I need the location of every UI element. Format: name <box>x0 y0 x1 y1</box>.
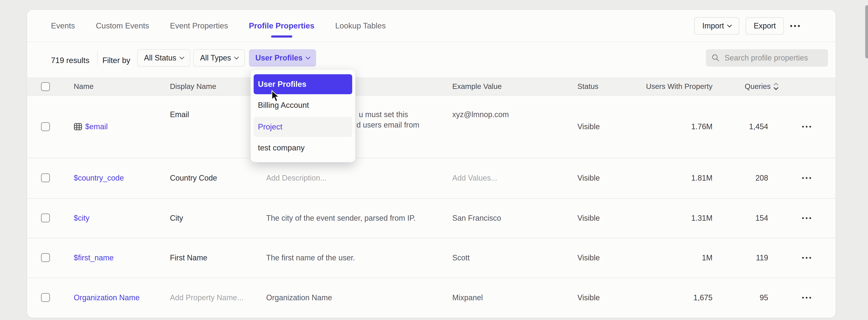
dropdown-item-test-company[interactable]: test company <box>254 138 352 158</box>
description-cell[interactable]: The city of the event sender, parsed fro… <box>266 214 416 223</box>
table-row: $email Email u must set this d users ema… <box>27 96 836 158</box>
profile-type-dropdown-menu: User Profiles Billing Account Project te… <box>250 69 355 162</box>
export-button[interactable]: Export <box>746 17 784 35</box>
search-bar[interactable] <box>706 49 828 67</box>
chevron-down-icon <box>306 55 311 60</box>
display-name-cell[interactable]: First Name <box>170 253 207 262</box>
type-filter-label: All Types <box>200 54 231 62</box>
chevron-down-icon <box>234 55 239 60</box>
type-filter-dropdown[interactable]: All Types <box>193 49 245 67</box>
status-filter-dropdown[interactable]: All Status <box>137 49 190 67</box>
table-row: $first_name First Name The first name of… <box>27 238 836 278</box>
search-input[interactable] <box>724 53 823 63</box>
description-cell[interactable]: The first name of the user. <box>266 253 355 262</box>
example-value-cell[interactable]: Scott <box>452 253 470 262</box>
row-more-button[interactable] <box>802 297 811 298</box>
export-button-label: Export <box>754 22 776 30</box>
row-checkbox[interactable] <box>41 173 50 182</box>
example-value-cell[interactable]: San Francisco <box>452 214 501 223</box>
property-name-cell[interactable]: $email <box>74 122 108 131</box>
tab-profile-properties[interactable]: Profile Properties <box>249 22 314 30</box>
row-more-button[interactable] <box>802 257 811 259</box>
column-header-status: Status <box>578 82 598 91</box>
row-checkbox[interactable] <box>41 253 50 262</box>
column-header-example-value: Example Value <box>452 82 502 91</box>
property-name-link[interactable]: $first_name <box>74 253 114 262</box>
scrollbar-thumb[interactable] <box>865 5 868 58</box>
example-value-cell[interactable]: Add Values... <box>452 174 497 182</box>
users-with-property-cell: 1,675 <box>643 293 713 302</box>
filter-bar: 719 results Filter by All Status All Typ… <box>27 42 836 79</box>
table-row: $city City The city of the event sender,… <box>27 198 836 238</box>
table-header: Name Display Name Example Value Status U… <box>27 77 836 96</box>
tab-event-properties[interactable]: Event Properties <box>170 22 228 30</box>
row-checkbox[interactable] <box>41 293 50 302</box>
status-cell: Visible <box>578 253 600 262</box>
property-name-link[interactable]: $city <box>74 214 89 223</box>
queries-cell: 1,454 <box>724 122 768 131</box>
queries-cell: 95 <box>724 293 768 302</box>
toolbar: Import Export <box>694 17 800 35</box>
dropdown-item-user-profiles[interactable]: User Profiles <box>254 74 352 94</box>
dropdown-item-billing-account[interactable]: Billing Account <box>254 95 352 115</box>
tab-events[interactable]: Events <box>51 22 75 30</box>
description-cell[interactable]: Add Description... <box>266 174 327 182</box>
filter-by-label: Filter by <box>102 56 130 65</box>
display-name-cell[interactable]: City <box>170 214 183 223</box>
status-cell: Visible <box>578 174 600 182</box>
search-icon <box>711 54 720 62</box>
example-value-cell[interactable]: Mixpanel <box>452 293 483 302</box>
sort-icon <box>773 82 779 91</box>
users-with-property-cell: 1.81M <box>643 174 713 182</box>
users-with-property-cell: 1.31M <box>643 214 713 223</box>
table-row: Organization Name Add Property Name... O… <box>27 278 836 318</box>
page: Events Custom Events Event Properties Pr… <box>0 0 868 320</box>
import-button-label: Import <box>702 22 724 30</box>
mouse-cursor <box>269 90 281 103</box>
row-more-button[interactable] <box>802 177 811 179</box>
status-cell: Visible <box>578 293 600 302</box>
properties-panel: Events Custom Events Event Properties Pr… <box>27 10 836 318</box>
more-options-button[interactable] <box>790 25 800 27</box>
queries-cell: 208 <box>724 174 768 182</box>
property-name-link[interactable]: Organization Name <box>74 293 140 302</box>
profile-type-filter-label: User Profiles <box>255 54 303 62</box>
display-name-cell[interactable]: Add Property Name... <box>170 293 243 302</box>
display-name-cell[interactable]: Country Code <box>170 174 217 182</box>
queries-header-label: Queries <box>745 82 771 91</box>
description-cell[interactable]: Organization Name <box>266 293 332 302</box>
import-button[interactable]: Import <box>694 17 739 35</box>
table-row: $country_code Country Code Add Descripti… <box>27 158 836 199</box>
profile-type-filter-dropdown[interactable]: User Profiles <box>249 49 316 67</box>
row-more-button[interactable] <box>802 126 811 128</box>
users-with-property-cell: 1M <box>643 253 713 262</box>
queries-cell: 119 <box>724 253 768 262</box>
dropdown-item-project[interactable]: Project <box>254 117 352 137</box>
divider <box>97 51 98 65</box>
users-with-property-cell: 1.76M <box>643 122 713 131</box>
queries-cell: 154 <box>724 214 768 223</box>
description-fragment: u must set this <box>359 110 408 119</box>
description-fragment: d users email from <box>356 120 419 130</box>
property-name-link[interactable]: $country_code <box>74 174 124 182</box>
property-name-link[interactable]: $email <box>85 122 108 131</box>
column-header-queries[interactable]: Queries <box>724 82 779 91</box>
status-cell: Visible <box>578 214 600 223</box>
example-value-cell[interactable]: xyz@lmnop.com <box>452 110 509 119</box>
tab-lookup-tables[interactable]: Lookup Tables <box>335 22 386 30</box>
results-count: 719 results <box>51 56 89 65</box>
row-more-button[interactable] <box>802 217 811 219</box>
chevron-down-icon <box>727 23 732 28</box>
column-header-name: Name <box>74 82 93 91</box>
chevron-down-icon <box>180 55 184 60</box>
display-name-cell[interactable]: Email <box>170 110 189 119</box>
select-all-checkbox[interactable] <box>41 82 50 91</box>
lookup-table-icon <box>74 122 82 131</box>
column-header-users-with-property: Users With Property <box>622 82 713 91</box>
column-header-display-name: Display Name <box>170 82 216 91</box>
tab-custom-events[interactable]: Custom Events <box>96 22 149 30</box>
status-filter-label: All Status <box>144 54 176 62</box>
row-checkbox[interactable] <box>41 213 50 222</box>
row-checkbox[interactable] <box>41 122 50 131</box>
status-cell: Visible <box>578 122 600 131</box>
